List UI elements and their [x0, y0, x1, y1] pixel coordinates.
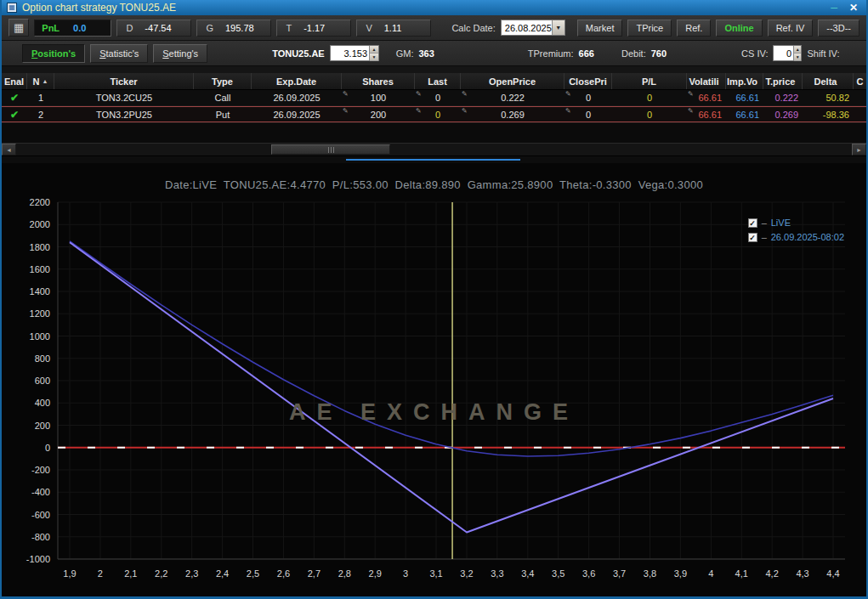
- header-enabled[interactable]: Enal: [2, 73, 27, 89]
- grid-icon: ▦: [14, 21, 24, 34]
- pnl-panel[interactable]: PnL 0.0: [34, 20, 111, 37]
- svg-text:3,5: 3,5: [552, 568, 564, 579]
- svg-text:2,7: 2,7: [308, 568, 321, 579]
- header-exp-date[interactable]: Exp.Date: [252, 73, 342, 89]
- type-cell: Call: [194, 90, 252, 105]
- row-number: 2: [27, 107, 54, 121]
- ref-iv-button[interactable]: Ref. IV: [768, 20, 814, 37]
- tab-statistics[interactable]: Statistic's: [90, 44, 148, 63]
- calc-date-value: 26.08.2025: [502, 23, 552, 33]
- enabled-check-icon[interactable]: ✔: [10, 92, 19, 104]
- header-delta[interactable]: Delta: [803, 73, 854, 89]
- checkbox-checked-icon[interactable]: ✓: [748, 233, 757, 242]
- header-volatility[interactable]: Volatili: [687, 73, 726, 89]
- checkbox-checked-icon[interactable]: ✓: [748, 218, 757, 228]
- svg-text:3,4: 3,4: [521, 568, 534, 579]
- open-price-cell: ✎0.269: [461, 107, 564, 121]
- header-shares[interactable]: Shares: [342, 73, 415, 89]
- svg-text:1600: 1600: [30, 264, 50, 274]
- legend-marker: –: [762, 232, 767, 242]
- legend-item-live[interactable]: ✓ – LiVE: [748, 218, 844, 228]
- ref-button[interactable]: Ref.: [677, 20, 711, 37]
- target-price-input[interactable]: ▲▼: [330, 45, 379, 61]
- svg-text:2200: 2200: [30, 197, 50, 207]
- svg-text:1800: 1800: [30, 242, 50, 252]
- window-icon: ▦: [7, 3, 17, 13]
- symbol-label: TONU25.AE: [272, 48, 325, 59]
- spacer: [2, 66, 866, 73]
- cs-iv-label: CS IV:: [741, 48, 768, 59]
- minimize-button[interactable]: ─: [827, 3, 841, 13]
- tprice-button[interactable]: TPrice: [627, 20, 672, 37]
- open-price-cell: ✎0.222: [461, 90, 564, 105]
- enabled-check-icon[interactable]: ✔: [10, 109, 19, 121]
- svg-text:3,9: 3,9: [674, 568, 687, 579]
- scroll-right-button[interactable]: ►: [852, 144, 866, 155]
- tab-settings[interactable]: Setting's: [153, 44, 207, 63]
- tab-positions[interactable]: Position's: [22, 44, 85, 63]
- calc-date-select[interactable]: 26.08.2025 ▼: [501, 20, 565, 36]
- edit-pencil-icon: ✎: [343, 91, 349, 98]
- spin-up-icon[interactable]: ▲: [794, 46, 801, 54]
- close-button[interactable]: ✕: [846, 2, 861, 14]
- table-row-selected[interactable]: ✔ 2 TON3.2PU25 Put 26.09.2025 ✎200 ✎0 ✎0…: [2, 106, 866, 122]
- header-n[interactable]: N▲: [27, 73, 54, 89]
- edit-pencil-icon: ✎: [416, 91, 422, 98]
- target-price-value[interactable]: [331, 46, 369, 60]
- ticker-cell: TON3.2PU25: [54, 107, 194, 121]
- header-pl[interactable]: P/L: [612, 73, 687, 89]
- spin-up-icon[interactable]: ▲: [370, 46, 378, 54]
- scrollbar-thumb[interactable]: [271, 144, 390, 155]
- splitter-grip-icon[interactable]: [346, 159, 520, 161]
- online-button[interactable]: Online: [716, 20, 762, 37]
- cs-iv-input[interactable]: ▲▼: [773, 45, 802, 61]
- debit-value: 760: [651, 48, 667, 59]
- horizontal-scrollbar[interactable]: ◄ ►: [2, 143, 866, 156]
- scrollbar-track[interactable]: [16, 144, 852, 155]
- pane-splitter[interactable]: [2, 156, 866, 163]
- svg-text:-600: -600: [31, 510, 50, 520]
- header-imp-vol[interactable]: Imp.Vo: [726, 73, 763, 89]
- header-extra[interactable]: C: [854, 73, 866, 89]
- svg-text:1200: 1200: [30, 308, 50, 319]
- edit-pencil-icon: ✎: [688, 108, 694, 115]
- table-row[interactable]: ✔ 1 TON3.2CU25 Call 26.09.2025 ✎100 ✎0 ✎…: [2, 90, 866, 106]
- header-last[interactable]: Last: [415, 73, 461, 89]
- pnl-chart[interactable]: 1,922,12,22,32,42,52,62,72,82,933,13,23,…: [2, 163, 866, 596]
- table-empty-area: [2, 122, 866, 143]
- spin-down-icon[interactable]: ▼: [794, 54, 801, 61]
- watermark: AE EXCHANGE: [2, 399, 866, 426]
- svg-text:600: 600: [35, 376, 50, 386]
- svg-text:3,2: 3,2: [460, 568, 473, 579]
- legend-label: 26.09.2025-08:02: [771, 232, 844, 242]
- delta-cell: 50.82: [803, 90, 854, 105]
- header-t-price[interactable]: T.price: [763, 73, 803, 89]
- svg-text:-1000: -1000: [26, 554, 50, 564]
- svg-text:2: 2: [98, 568, 103, 579]
- sort-asc-icon: ▲: [43, 78, 48, 84]
- grid-icon-button[interactable]: ▦: [9, 19, 29, 37]
- greek-theta-value: -1.17: [304, 23, 325, 33]
- svg-text:3: 3: [403, 568, 408, 579]
- chevron-down-icon[interactable]: ▼: [552, 20, 564, 35]
- edit-pencil-icon: ✎: [416, 108, 422, 115]
- market-button[interactable]: Market: [577, 20, 623, 37]
- greek-delta-value: -47.54: [145, 23, 171, 33]
- header-close-price[interactable]: ClosePri: [564, 73, 612, 89]
- pl-cell: 0: [612, 90, 687, 105]
- 3d-button[interactable]: --3D--: [818, 20, 859, 37]
- svg-text:1000: 1000: [30, 331, 50, 342]
- spin-down-icon[interactable]: ▼: [370, 54, 378, 61]
- edit-pencil-icon: ✎: [688, 91, 694, 98]
- gm-label: GM:: [396, 48, 414, 59]
- delta-cell: -98.36: [803, 107, 854, 121]
- shares-cell: ✎100: [342, 90, 415, 105]
- header-open-price[interactable]: OpenPrice: [461, 73, 564, 89]
- scroll-left-button[interactable]: ◄: [2, 144, 16, 155]
- svg-text:1400: 1400: [30, 286, 50, 297]
- header-ticker[interactable]: Ticker: [54, 73, 194, 89]
- svg-text:1,9: 1,9: [63, 568, 76, 579]
- cs-iv-value[interactable]: [774, 46, 793, 60]
- legend-item-expiration[interactable]: ✓ – 26.09.2025-08:02: [748, 232, 844, 242]
- header-type[interactable]: Type: [194, 73, 252, 89]
